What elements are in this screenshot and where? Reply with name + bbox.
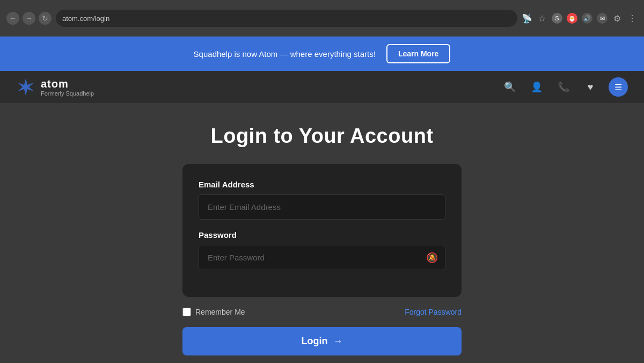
forgot-password-link[interactable]: Forgot Password [405, 308, 462, 316]
user-icon[interactable]: 👤 [528, 78, 545, 96]
email-input[interactable] [199, 194, 445, 220]
logo-formerly: Formerly Squadhelp [41, 90, 94, 97]
browser-icons: 📡 ☆ S 🎅 🔊 ✉ ⚙ ⋮ [522, 13, 638, 24]
logo-icon [16, 77, 35, 97]
password-input[interactable] [199, 245, 445, 270]
nav-icons: 🔍 👤 📞 ♥ ☰ [501, 77, 628, 97]
remember-me-group: Remember Me [182, 308, 245, 316]
login-button-label: Login [302, 336, 328, 347]
password-form-group: Password 🔕 [199, 230, 445, 270]
back-button[interactable]: ← [6, 12, 19, 25]
menu-icon[interactable]: ☰ [609, 77, 628, 97]
navbar: atom Formerly Squadhelp 🔍 👤 📞 ♥ ☰ [0, 71, 644, 103]
page-title: Login to Your Account [210, 125, 433, 148]
logo-text: atom Formerly Squadhelp [41, 78, 94, 97]
ext-icon-1[interactable]: S [552, 13, 562, 24]
heart-icon[interactable]: ♥ [582, 78, 599, 96]
password-label: Password [199, 230, 445, 239]
address-text: atom.com/login [62, 14, 109, 23]
ext-icon-2[interactable]: 🎅 [567, 13, 577, 24]
address-bar[interactable]: atom.com/login [56, 10, 517, 27]
login-card: Email Address Password 🔕 [182, 164, 462, 297]
remember-me-label: Remember Me [195, 308, 245, 316]
password-toggle-icon[interactable]: 🔕 [426, 252, 438, 264]
login-button-arrow: → [333, 336, 342, 347]
email-form-group: Email Address [199, 180, 445, 220]
browser-chrome: ← → ↻ atom.com/login 📡 ☆ S 🎅 🔊 ✉ ⚙ ⋮ [0, 0, 644, 37]
more-icon[interactable]: ⋮ [627, 13, 638, 24]
svg-marker-0 [18, 78, 34, 96]
remember-me-checkbox[interactable] [182, 308, 191, 316]
logo-name: atom [41, 78, 94, 90]
cast-icon[interactable]: 📡 [522, 13, 532, 24]
browser-controls: ← → ↻ [6, 12, 52, 25]
main-content: Login to Your Account Email Address Pass… [0, 103, 644, 363]
announcement-banner: Squadhelp is now Atom — where everything… [0, 37, 644, 71]
form-footer-row: Remember Me Forgot Password [182, 308, 462, 316]
website-content: Squadhelp is now Atom — where everything… [0, 37, 644, 363]
refresh-button[interactable]: ↻ [39, 12, 52, 25]
search-icon[interactable]: 🔍 [501, 78, 518, 96]
announcement-text: Squadhelp is now Atom — where everything… [194, 49, 376, 59]
email-label: Email Address [199, 180, 445, 189]
password-wrapper: 🔕 [199, 245, 445, 270]
bookmark-icon[interactable]: ☆ [537, 13, 547, 24]
ext-icon-4[interactable]: ✉ [597, 13, 608, 24]
login-button[interactable]: Login → [182, 327, 462, 355]
ext-icon-3[interactable]: 🔊 [582, 13, 592, 24]
forward-button[interactable]: → [23, 12, 35, 25]
logo-area[interactable]: atom Formerly Squadhelp [16, 77, 94, 97]
phone-icon[interactable]: 📞 [555, 78, 572, 96]
learn-more-button[interactable]: Learn More [386, 44, 450, 63]
settings-icon[interactable]: ⚙ [612, 13, 623, 24]
